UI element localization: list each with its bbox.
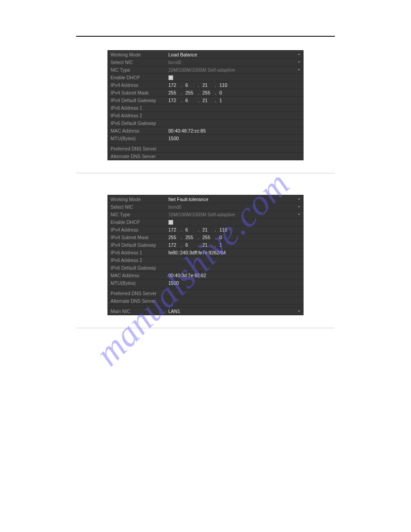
chevron-down-icon: [298, 214, 300, 215]
ip-octet[interactable]: 255: [168, 235, 181, 240]
ip-octet[interactable]: 110: [219, 227, 232, 232]
text-input-alternate-dns-server[interactable]: [168, 297, 303, 305]
ip-input-ipv4-default-gateway[interactable]: 172.6.21.1: [168, 241, 303, 249]
field-label: NIC Type: [108, 212, 168, 217]
select-nic-type[interactable]: 10M/100M/1000M Self-adaptive: [168, 211, 303, 218]
text-value: 00:40:48:72:cc:85: [168, 128, 206, 133]
text-input-alternate-dns-server[interactable]: [168, 153, 303, 160]
text-input-ipv6-address-1[interactable]: fe80::240:3dff:fe7e:9262/64: [168, 249, 303, 256]
field-label: IPv6 Address 1: [108, 250, 168, 255]
ip-octet[interactable]: 172: [168, 227, 181, 232]
select-working-mode[interactable]: Net Fault-tolerance: [168, 195, 303, 203]
text-input-ipv6-address-2[interactable]: [168, 112, 303, 119]
select-select-nic[interactable]: bond0: [168, 59, 303, 66]
field-label: IPv4 Subnet Mask: [108, 235, 168, 240]
settings-row-ipv6-address-2: IPv6 Address 2: [108, 256, 303, 264]
ip-dot: .: [181, 82, 185, 88]
text-input-mtu-bytes[interactable]: 1500: [168, 279, 303, 287]
text-input-ipv6-address-1[interactable]: [168, 104, 303, 112]
ip-octet[interactable]: 6: [185, 242, 198, 248]
mid-rule-1: [76, 173, 335, 173]
ip-octet[interactable]: 172: [168, 242, 181, 248]
settings-row-ipv6-default-gateway: IPv6 Default Gateway: [108, 119, 303, 127]
field-value: [168, 219, 303, 226]
ip-octet[interactable]: 255: [185, 90, 198, 95]
ip-octet[interactable]: 255: [185, 235, 198, 240]
ip-octet[interactable]: 6: [185, 227, 198, 232]
ip-dot: .: [198, 235, 202, 240]
text-input-mac-address[interactable]: 00:40:48:72:cc:85: [168, 127, 303, 134]
ip-octet[interactable]: 172: [168, 98, 181, 103]
field-label: Select NIC: [108, 204, 168, 210]
settings-row-preferred-dns-server: Preferred DNS Server: [108, 145, 303, 152]
chevron-down-icon: [298, 62, 300, 63]
text-input-mtu-bytes[interactable]: 1500: [168, 135, 303, 142]
ip-dot: .: [181, 227, 185, 232]
ip-dot: .: [215, 227, 219, 232]
chevron-down-icon: [298, 311, 300, 312]
settings-row-ipv6-address-2: IPv6 Address 2: [108, 112, 303, 119]
ip-octet[interactable]: 6: [185, 98, 198, 103]
text-input-preferred-dns-server[interactable]: [168, 145, 303, 152]
ip-dot: .: [181, 242, 185, 248]
field-label: NIC Type: [108, 67, 168, 73]
ip-octet[interactable]: 21: [202, 98, 215, 103]
ip-octet[interactable]: 0: [219, 90, 232, 95]
ip-octet[interactable]: 21: [202, 242, 215, 248]
ip-octet[interactable]: 1: [219, 98, 232, 103]
ip-octet[interactable]: 255: [202, 235, 215, 240]
network-settings-panel-2: Working ModeNet Fault-toleranceSelect NI…: [107, 195, 304, 315]
settings-row-ipv4-subnet-mask: IPv4 Subnet Mask255.255.255.0: [108, 233, 303, 241]
ip-octet[interactable]: 1: [219, 242, 232, 248]
settings-row-ipv6-address-1: IPv6 Address 1fe80::240:3dff:fe7e:9262/6…: [108, 249, 303, 256]
ip-octet[interactable]: 21: [202, 82, 215, 88]
chevron-down-icon: [298, 54, 300, 55]
ip-input-ipv4-address[interactable]: 172.6.21.110: [168, 226, 303, 233]
field-label: IPv6 Default Gateway: [108, 120, 168, 126]
settings-row-working-mode: Working ModeNet Fault-tolerance: [108, 195, 303, 203]
select-nic-type[interactable]: 10M/100M/1000M Self-adaptive: [168, 66, 303, 73]
text-value: fe80::240:3dff:fe7e:9262/64: [168, 250, 226, 255]
text-input-ipv6-default-gateway[interactable]: [168, 120, 303, 127]
select-working-mode[interactable]: Load Balance: [168, 51, 303, 58]
field-label: MTU(Bytes): [108, 280, 168, 286]
ip-dot: .: [181, 98, 185, 103]
field-value: [168, 74, 303, 81]
ip-octet[interactable]: 255: [202, 90, 215, 95]
settings-row-preferred-dns-server: Preferred DNS Server: [108, 289, 303, 297]
field-label: Main NIC: [108, 309, 168, 314]
field-label: Enable DHCP: [108, 75, 168, 80]
ip-octet[interactable]: 0: [219, 235, 232, 240]
ip-octet[interactable]: 172: [168, 82, 181, 88]
checkbox-enable-dhcp[interactable]: [168, 220, 173, 225]
ip-octet[interactable]: 6: [185, 82, 198, 88]
ip-octet[interactable]: 21: [202, 227, 215, 232]
field-label: IPv4 Address: [108, 82, 168, 88]
checkbox-enable-dhcp[interactable]: [168, 75, 173, 80]
ip-input-ipv4-default-gateway[interactable]: 172.6.21.1: [168, 97, 303, 104]
settings-row-ipv4-address: IPv4 Address172.6.21.110: [108, 81, 303, 89]
ip-octet[interactable]: 255: [168, 90, 181, 95]
settings-row-ipv4-default-gateway: IPv4 Default Gateway172.6.21.1: [108, 96, 303, 104]
settings-row-mac-address: MAC Address00:40:48:72:cc:85: [108, 127, 303, 134]
text-input-preferred-dns-server[interactable]: [168, 290, 303, 297]
text-input-ipv6-address-2[interactable]: [168, 257, 303, 264]
ip-dot: .: [181, 90, 185, 95]
settings-row-mtu-bytes: MTU(Bytes)1500: [108, 279, 303, 287]
ip-input-ipv4-subnet-mask[interactable]: 255.255.255.0: [168, 234, 303, 241]
ip-input-ipv4-subnet-mask[interactable]: 255.255.255.0: [168, 89, 303, 96]
field-label: Select NIC: [108, 60, 168, 65]
settings-row-enable-dhcp: Enable DHCP: [108, 73, 303, 81]
ip-dot: .: [215, 242, 219, 248]
ip-dot: .: [198, 90, 202, 95]
text-input-mac-address[interactable]: 00:40:3d:7e:92:62: [168, 272, 303, 279]
ip-input-ipv4-address[interactable]: 172.6.21.110: [168, 82, 303, 89]
field-label: IPv6 Default Gateway: [108, 265, 168, 270]
select-main-nic[interactable]: LAN1: [168, 308, 303, 315]
ip-octet[interactable]: 110: [219, 82, 232, 88]
select-select-nic[interactable]: bond0: [168, 203, 303, 210]
settings-row-ipv4-default-gateway: IPv4 Default Gateway172.6.21.1: [108, 241, 303, 249]
ip-dot: .: [198, 98, 202, 103]
ip-dot: .: [215, 82, 219, 88]
text-input-ipv6-default-gateway[interactable]: [168, 264, 303, 271]
